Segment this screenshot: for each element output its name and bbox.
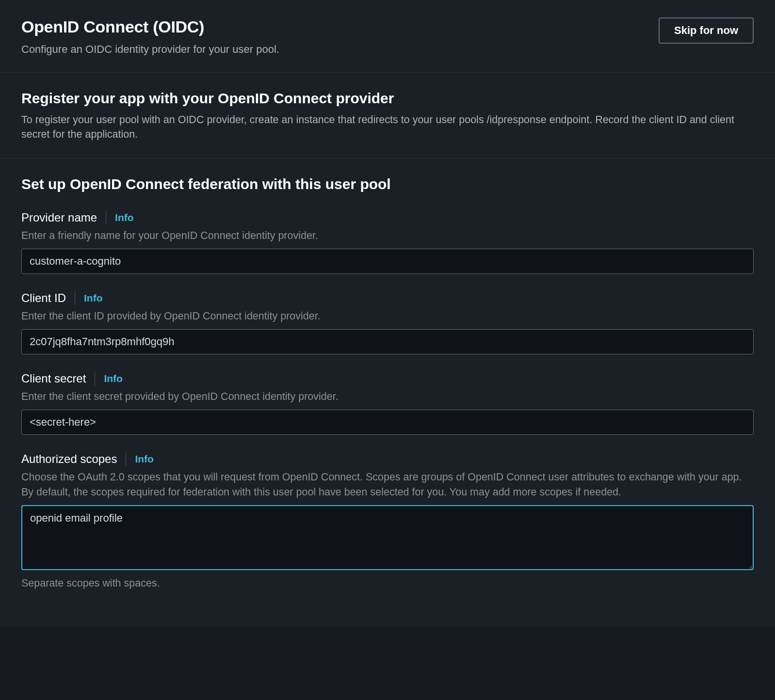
client-secret-input[interactable] <box>21 410 754 435</box>
client-id-input[interactable] <box>21 329 754 354</box>
authorized-scopes-input[interactable] <box>21 505 754 570</box>
register-section: Register your app with your OpenID Conne… <box>0 73 775 159</box>
provider-name-info-link[interactable]: Info <box>115 212 133 223</box>
skip-for-now-button[interactable]: Skip for now <box>659 17 754 44</box>
client-secret-info-link[interactable]: Info <box>104 373 122 384</box>
provider-name-input[interactable] <box>21 249 754 274</box>
setup-section: Set up OpenID Connect federation with th… <box>0 159 775 211</box>
register-heading: Register your app with your OpenID Conne… <box>21 90 754 107</box>
page-header: OpenID Connect (OIDC) Configure an OIDC … <box>0 0 775 73</box>
client-secret-help: Enter the client secret provided by Open… <box>21 389 754 404</box>
authorized-scopes-help: Choose the OAuth 2.0 scopes that you wil… <box>21 470 754 499</box>
client-id-label: Client ID <box>21 291 66 305</box>
page-subtitle: Configure an OIDC identity provider for … <box>21 43 659 56</box>
page-title: OpenID Connect (OIDC) <box>21 17 659 36</box>
client-id-help: Enter the client ID provided by OpenID C… <box>21 309 754 323</box>
client-secret-label: Client secret <box>21 372 86 385</box>
authorized-scopes-hint: Separate scopes with spaces. <box>21 577 754 589</box>
provider-name-group: Provider name Info Enter a friendly name… <box>0 211 775 274</box>
label-divider <box>126 452 126 466</box>
label-divider <box>75 291 75 305</box>
authorized-scopes-info-link[interactable]: Info <box>135 453 153 465</box>
register-description: To register your user pool with an OIDC … <box>21 112 754 142</box>
client-secret-group: Client secret Info Enter the client secr… <box>0 372 775 435</box>
provider-name-help: Enter a friendly name for your OpenID Co… <box>21 228 754 243</box>
client-id-group: Client ID Info Enter the client ID provi… <box>0 291 775 354</box>
authorized-scopes-label: Authorized scopes <box>21 452 117 466</box>
label-divider <box>95 372 95 385</box>
provider-name-label: Provider name <box>21 211 97 224</box>
setup-heading: Set up OpenID Connect federation with th… <box>21 176 754 192</box>
client-id-info-link[interactable]: Info <box>84 292 102 304</box>
authorized-scopes-group: Authorized scopes Info Choose the OAuth … <box>0 452 775 589</box>
label-divider <box>106 211 106 224</box>
